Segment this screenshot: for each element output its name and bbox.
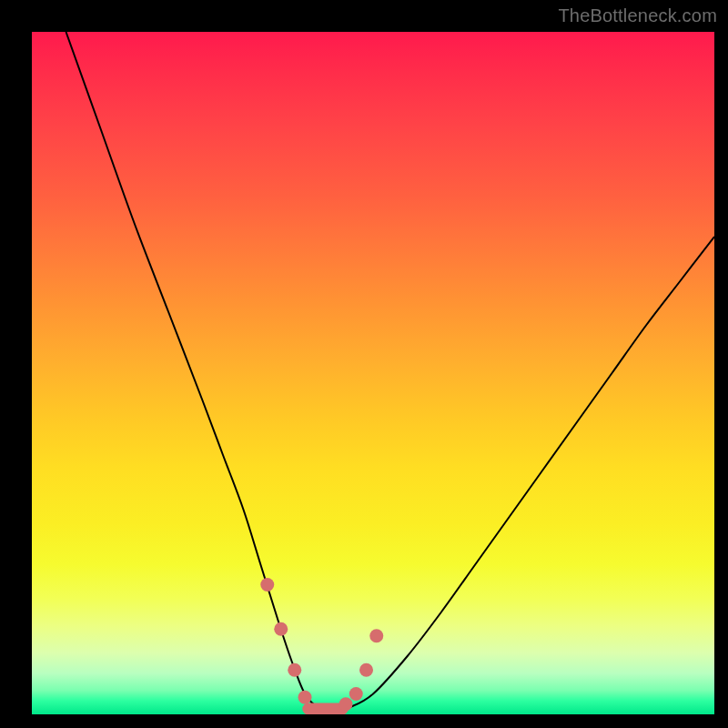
marker-point xyxy=(359,663,373,677)
marker-group xyxy=(260,578,383,711)
marker-point xyxy=(339,697,353,711)
watermark-text: TheBottleneck.com xyxy=(558,5,717,26)
bottleneck-curve xyxy=(66,32,715,711)
marker-point xyxy=(369,629,383,642)
plot-area xyxy=(32,32,714,714)
chart-svg xyxy=(32,32,714,714)
marker-point xyxy=(260,578,274,592)
marker-point xyxy=(274,622,288,636)
marker-point xyxy=(288,663,301,677)
chart-frame: TheBottleneck.com xyxy=(0,0,728,728)
marker-point xyxy=(298,691,312,704)
marker-point xyxy=(349,687,363,701)
